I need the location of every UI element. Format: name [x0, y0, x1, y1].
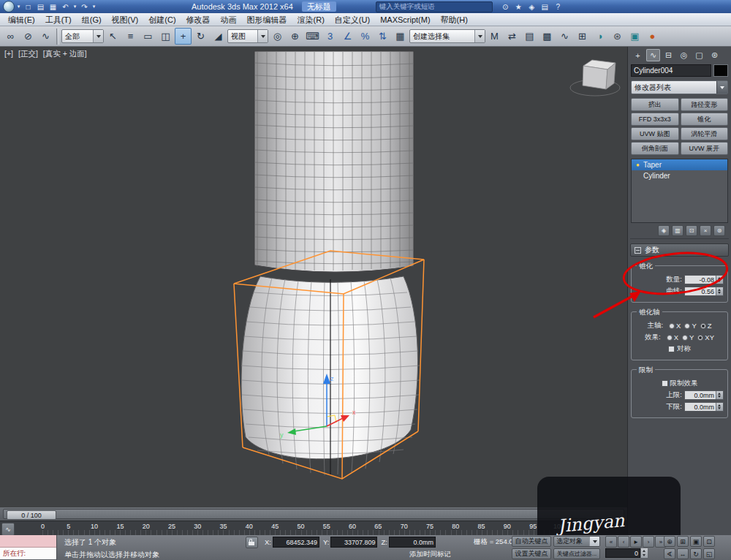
use-pivot-center-icon[interactable]: ◎ [269, 28, 286, 45]
chevron-down-icon[interactable] [716, 81, 727, 94]
menu-item[interactable]: 组(G) [77, 13, 107, 26]
primary-axis-radio[interactable]: X [669, 322, 681, 330]
menu-item[interactable]: 帮助(H) [436, 13, 473, 26]
select-by-name-icon[interactable]: ≡ [122, 28, 139, 45]
menu-item[interactable]: 工具(T) [40, 13, 77, 26]
remove-modifier-icon[interactable]: × [700, 225, 711, 236]
logo-dropdown-caret[interactable]: ▾ [16, 1, 21, 12]
viewport-menu-shading[interactable]: [真实 + 边面] [43, 49, 87, 59]
redo-dropdown-caret[interactable]: ▾ [91, 1, 96, 12]
tab-create[interactable]: + [631, 49, 645, 61]
undo-dropdown-caret[interactable]: ▾ [72, 1, 77, 12]
chevron-down-icon[interactable] [589, 537, 599, 546]
select-and-rotate-icon[interactable]: ↻ [192, 28, 209, 45]
reference-coordinate-combo[interactable]: 视图 [227, 29, 268, 43]
spinner-icon[interactable] [716, 403, 723, 411]
menu-item[interactable]: MAXScript(M) [375, 13, 435, 26]
chevron-down-icon[interactable] [474, 30, 485, 42]
menu-item[interactable]: 修改器 [181, 13, 216, 26]
radio-icon[interactable] [682, 335, 688, 341]
menu-item[interactable]: 渲染(R) [292, 13, 330, 26]
zoom-icon[interactable]: ⊕ [664, 536, 675, 547]
spinner-snap-icon[interactable]: ⇅ [374, 28, 391, 45]
rollout-collapse-icon[interactable] [635, 247, 641, 254]
angle-snap-icon[interactable]: ∠ [339, 28, 356, 45]
modifier-btn-extrude[interactable]: 挤出 [631, 98, 679, 111]
macro-recorder-line[interactable] [0, 535, 56, 548]
rectangular-selection-region-icon[interactable]: ▭ [140, 28, 156, 45]
current-time-field[interactable]: 0 [605, 548, 648, 558]
tab-motion[interactable]: ◎ [677, 49, 691, 61]
previous-frame-button[interactable]: ‹ [618, 536, 629, 548]
time-slider-track[interactable]: 0 / 100 [3, 509, 624, 519]
modifier-stack-cylinder[interactable]: Cylinder [632, 170, 727, 181]
radio-icon[interactable] [697, 335, 703, 341]
primary-axis-radio[interactable]: Y [684, 322, 696, 330]
render-production-icon[interactable]: ● [644, 28, 661, 45]
radio-icon[interactable] [684, 323, 690, 329]
spinner-icon[interactable] [716, 391, 723, 399]
time-slider-handle[interactable]: 0 / 100 [7, 510, 56, 520]
pin-stack-icon[interactable]: ◈ [658, 225, 670, 236]
coord-z-field[interactable]: Z: 0.0mm [381, 537, 435, 548]
auto-key-button[interactable]: 自动关键点 [512, 536, 551, 547]
rendered-frame-window-icon[interactable]: ▣ [626, 28, 643, 45]
orbit-icon[interactable]: ↻ [690, 548, 702, 559]
effect-axis-radio[interactable]: XY [697, 333, 714, 341]
tab-hierarchy[interactable]: ⊟ [662, 49, 675, 61]
maximize-viewport-toggle-icon[interactable]: ◱ [703, 548, 715, 559]
keyboard-override-icon[interactable]: ⌨ [304, 28, 321, 45]
layer-manager-icon[interactable]: ▤ [521, 28, 538, 45]
viewport-menu-pov[interactable]: [正交] [18, 49, 38, 59]
add-time-tag[interactable]: 添加时间标记 [409, 550, 451, 559]
radio-icon[interactable] [669, 323, 675, 329]
render-setup-icon[interactable]: ⊛ [609, 28, 626, 45]
make-unique-icon[interactable]: ⊡ [686, 225, 697, 236]
viewport[interactable]: [+] [正交] [真实 + 边面] [0, 47, 627, 507]
unlink-selection-icon[interactable]: ⊘ [20, 28, 37, 45]
app-logo-icon[interactable] [3, 1, 15, 12]
spinner-icon[interactable] [716, 276, 723, 284]
chevron-down-icon[interactable] [257, 30, 268, 42]
listener-line[interactable]: 所在行: [0, 548, 56, 559]
modifier-btn-ffd-3x3x3[interactable]: FFD 3x3x3 [631, 113, 679, 126]
selection-filter-combo[interactable]: 全部 [61, 29, 104, 43]
select-and-link-icon[interactable]: ∞ [2, 28, 19, 45]
curve-editor-icon[interactable]: ∿ [556, 28, 573, 45]
modifier-btn-bevel-profile[interactable]: 倒角剖面 [631, 142, 679, 155]
menu-item[interactable]: 动画 [216, 13, 242, 26]
select-and-scale-icon[interactable]: ◢ [210, 28, 227, 45]
undo-icon[interactable]: ↶ [60, 1, 71, 12]
zoom-extents-all-icon[interactable]: ⊡ [703, 536, 715, 547]
search-icon[interactable]: ⊙ [500, 1, 511, 12]
zoom-all-icon[interactable]: ⊞ [677, 536, 689, 547]
bind-to-space-warp-icon[interactable]: ∿ [37, 28, 54, 45]
radio-icon[interactable] [667, 335, 673, 341]
tab-display[interactable]: ▢ [692, 49, 706, 61]
radio-icon[interactable] [700, 323, 706, 329]
percent-snap-icon[interactable]: % [357, 28, 374, 45]
schematic-view-icon[interactable]: ⊞ [574, 28, 591, 45]
tab-utilities[interactable]: ⊛ [708, 49, 721, 61]
spinner-icon[interactable] [640, 548, 648, 558]
menu-item[interactable]: 创建(C) [143, 13, 181, 26]
menu-item[interactable]: 视图(V) [107, 13, 144, 26]
chevron-down-icon[interactable] [93, 30, 103, 42]
select-object-icon[interactable]: ↖ [105, 28, 121, 45]
exchange-icon[interactable]: ▤ [539, 1, 550, 12]
communication-center-icon[interactable]: ◈ [526, 1, 537, 12]
search-box[interactable]: 键入关键字或短语 [376, 1, 493, 12]
pan-icon[interactable]: ↔ [677, 548, 689, 559]
open-file-icon[interactable]: ▤ [35, 1, 46, 12]
coord-x-field[interactable]: X: 68452.349 [265, 537, 319, 548]
limit-effect-checkbox[interactable] [662, 380, 668, 387]
coord-y-field[interactable]: Y: 33707.809 [323, 537, 377, 548]
graphite-ribbon-toggle-icon[interactable]: ▩ [539, 28, 556, 45]
save-file-icon[interactable]: ▦ [48, 1, 58, 12]
spinner-icon[interactable] [716, 287, 723, 295]
menu-item[interactable]: 自定义(U) [330, 13, 375, 26]
symmetry-checkbox[interactable] [668, 346, 675, 352]
maxscript-mini-listener[interactable]: 所在行: [0, 535, 57, 560]
play-animation-button[interactable]: ► [630, 536, 642, 548]
menu-item[interactable]: 编辑(E) [3, 13, 40, 26]
